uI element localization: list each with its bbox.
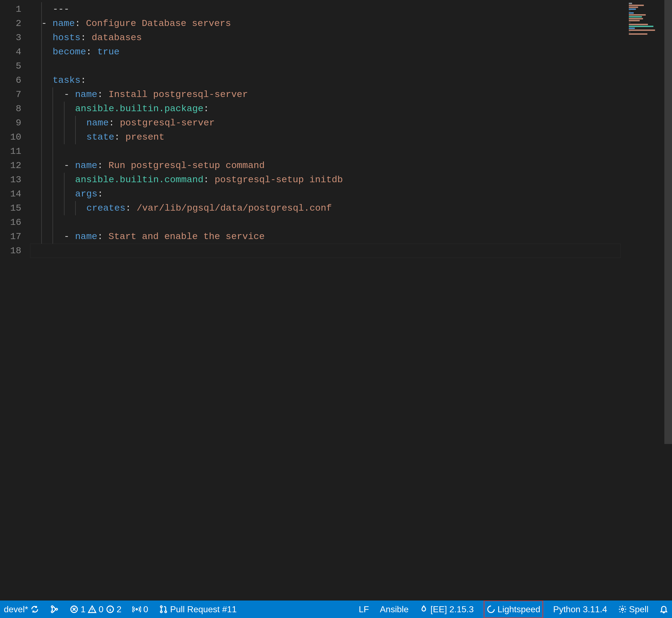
code-token: : <box>80 31 92 45</box>
code-token: : <box>114 130 125 144</box>
code-token: name <box>75 159 97 173</box>
code-token: : <box>109 116 120 130</box>
code-token: /var/lib/pgsql/data/postgresql.conf <box>137 201 332 215</box>
ports-item[interactable]: 0 <box>131 601 150 618</box>
code-line[interactable]: state: present <box>30 130 672 144</box>
ee-label: [EE] 2.15.3 <box>430 604 474 614</box>
code-token: hosts <box>53 31 80 45</box>
warning-icon <box>88 605 96 614</box>
code-line[interactable]: - name: Start and enable the service <box>30 229 672 244</box>
problems-item[interactable]: 1 0 2 <box>68 601 123 618</box>
code-token: - <box>64 87 75 102</box>
line-number-gutter: 123456789101112131415161718 <box>0 0 30 601</box>
git-graph-icon <box>50 605 59 614</box>
code-token: name <box>53 16 75 31</box>
line-number: 3 <box>0 31 30 45</box>
code-token: : <box>75 16 86 31</box>
status-bar: devel* 1 0 2 0 Pull Request #11 <box>0 601 672 618</box>
gear-icon <box>618 605 627 614</box>
code-token: : <box>86 45 97 59</box>
code-line[interactable]: creates: /var/lib/pgsql/data/postgresql.… <box>30 201 672 215</box>
code-token: true <box>97 45 120 59</box>
code-line[interactable] <box>30 215 672 229</box>
code-token: databases <box>92 31 142 45</box>
line-number: 9 <box>0 116 30 130</box>
line-number: 7 <box>0 87 30 102</box>
spell-check-item[interactable]: Spell <box>616 601 650 618</box>
source-control-graph-item[interactable] <box>49 601 61 618</box>
info-count: 2 <box>117 604 122 614</box>
code-line[interactable]: - name: Install postgresql-server <box>30 87 672 102</box>
line-number: 15 <box>0 201 30 215</box>
code-token: - <box>41 16 53 31</box>
code-editor[interactable]: 123456789101112131415161718 ---- name: C… <box>0 0 672 601</box>
code-line[interactable]: ansible.builtin.command: postgresql-setu… <box>30 173 672 187</box>
execution-environment-item[interactable]: [EE] 2.15.3 <box>418 601 475 618</box>
flame-icon <box>419 605 428 614</box>
svg-point-6 <box>161 606 162 608</box>
code-token: : <box>203 102 209 116</box>
code-line[interactable]: ansible.builtin.package: <box>30 102 672 116</box>
eol-item[interactable]: LF <box>357 601 370 618</box>
pull-request-label: Pull Request #11 <box>170 604 237 614</box>
code-token: creates <box>86 201 125 215</box>
line-number: 1 <box>0 2 30 16</box>
code-line[interactable]: hosts: databases <box>30 31 672 45</box>
line-number: 14 <box>0 187 30 201</box>
code-token: tasks <box>53 73 80 87</box>
line-number: 18 <box>0 244 30 258</box>
code-token: args <box>75 187 98 201</box>
code-line[interactable]: - name: Configure Database servers <box>30 16 672 31</box>
lightspeed-label: Lightspeed <box>498 604 540 614</box>
line-number: 5 <box>0 59 30 73</box>
code-token: postgresql-setup initdb <box>215 173 343 187</box>
code-line[interactable]: --- <box>30 2 672 16</box>
line-number: 10 <box>0 130 30 144</box>
line-number: 16 <box>0 215 30 229</box>
code-token: --- <box>53 2 69 16</box>
code-line[interactable] <box>30 59 672 73</box>
svg-point-0 <box>52 606 53 608</box>
git-branch-item[interactable]: devel* <box>2 601 41 618</box>
broadcast-icon <box>132 605 141 614</box>
python-label: Python 3.11.4 <box>553 604 607 614</box>
branch-label: devel* <box>4 604 28 614</box>
code-token: Run postgresql-setup command <box>108 159 265 173</box>
code-line[interactable] <box>30 144 672 159</box>
error-icon <box>70 605 78 614</box>
code-area[interactable]: ---- name: Configure Database servershos… <box>30 0 672 601</box>
code-line[interactable]: tasks: <box>30 73 672 87</box>
line-number: 6 <box>0 73 30 87</box>
python-interpreter-item[interactable]: Python 3.11.4 <box>552 601 608 618</box>
vertical-scrollbar[interactable] <box>664 0 672 444</box>
lightspeed-item[interactable]: Lightspeed <box>483 601 544 618</box>
notifications-item[interactable] <box>658 601 670 618</box>
language-mode-item[interactable]: Ansible <box>379 601 410 618</box>
svg-point-9 <box>621 608 623 610</box>
eol-label: LF <box>359 604 369 614</box>
line-number: 4 <box>0 45 30 59</box>
svg-point-1 <box>52 611 53 613</box>
warning-count: 0 <box>99 604 104 614</box>
line-number: 12 <box>0 159 30 173</box>
code-token: : <box>97 229 108 244</box>
code-token: name <box>75 87 97 102</box>
spell-label: Spell <box>629 604 649 614</box>
code-token: Start and enable the service <box>108 229 265 244</box>
code-token: Install postgresql-server <box>108 87 248 102</box>
info-icon <box>106 605 114 614</box>
code-line[interactable]: name: postgresql-server <box>30 116 672 130</box>
spinner-icon <box>487 605 495 614</box>
code-line[interactable]: - name: Run postgresql-setup command <box>30 159 672 173</box>
code-line[interactable]: become: true <box>30 45 672 59</box>
pull-request-icon <box>159 605 168 614</box>
svg-point-5 <box>136 608 138 610</box>
code-token: : <box>97 159 108 173</box>
code-token: - <box>64 229 75 244</box>
code-line[interactable] <box>30 244 620 258</box>
error-count: 1 <box>81 604 86 614</box>
code-token: : <box>203 173 215 187</box>
svg-point-8 <box>165 611 167 613</box>
code-line[interactable]: args: <box>30 187 672 201</box>
pull-request-item[interactable]: Pull Request #11 <box>158 601 238 618</box>
